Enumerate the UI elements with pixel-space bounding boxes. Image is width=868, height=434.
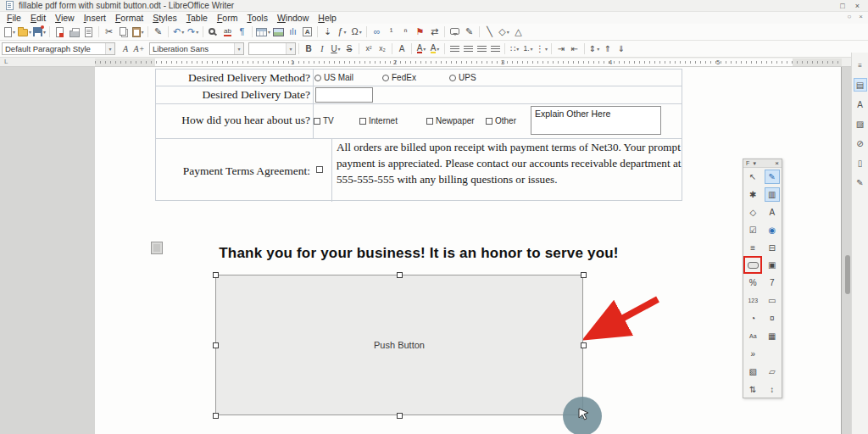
cross-reference-button[interactable]: ⇄ bbox=[427, 25, 442, 40]
save-button[interactable]: ▾ bbox=[32, 25, 47, 40]
increase-paragraph-spacing-button[interactable]: ⇑ bbox=[601, 42, 615, 56]
resize-handle-bottom-center[interactable] bbox=[397, 413, 403, 419]
design-mode-icon[interactable]: ✎ bbox=[765, 170, 780, 184]
insert-table-button[interactable]: ▾ bbox=[255, 25, 271, 40]
pattern-field-icon[interactable]: Aa bbox=[745, 329, 760, 343]
checkbox-tv[interactable]: TV bbox=[314, 116, 334, 125]
endnote-button[interactable]: ⁿ bbox=[398, 25, 413, 40]
delivery-date-input[interactable] bbox=[315, 87, 373, 103]
form-design-icon[interactable]: ▥ bbox=[765, 187, 780, 202]
copy-button[interactable] bbox=[116, 25, 131, 40]
close-window-button[interactable]: × bbox=[855, 2, 860, 10]
bold-button[interactable]: B bbox=[302, 42, 315, 56]
toolbar-menu-icon[interactable]: ▼ bbox=[752, 161, 757, 166]
basic-shapes-button[interactable]: ◇▾ bbox=[497, 25, 511, 40]
menu-help[interactable]: Help bbox=[318, 13, 337, 23]
align-right-button[interactable] bbox=[475, 42, 488, 56]
bullet-list-button[interactable]: ∷▾ bbox=[508, 42, 521, 56]
checkbox-internet[interactable]: Internet bbox=[359, 116, 398, 125]
outline-list-button[interactable]: ⋮▾ bbox=[535, 42, 548, 56]
menu-window[interactable]: Window bbox=[277, 13, 309, 23]
checkbox-icon[interactable] bbox=[486, 118, 492, 125]
sidebar-properties-icon[interactable]: ▤ bbox=[854, 78, 867, 92]
file-selection-icon[interactable]: ▱ bbox=[765, 364, 780, 379]
line-spacing-button[interactable]: ⇕▾ bbox=[587, 42, 601, 56]
insert-textbox-button[interactable]: A bbox=[300, 25, 314, 40]
menu-styles[interactable]: Styles bbox=[153, 13, 177, 23]
spelling-button[interactable]: ab bbox=[220, 25, 235, 40]
checkbox-other[interactable]: Other bbox=[486, 116, 516, 125]
page-break-button[interactable]: ⇣ bbox=[320, 25, 335, 40]
radio-button-icon[interactable] bbox=[382, 75, 389, 81]
explain-other-textarea[interactable]: Explain Other Here bbox=[531, 106, 661, 135]
close-toolbar-button[interactable]: × bbox=[775, 159, 779, 167]
maximize-button[interactable]: □ bbox=[840, 2, 844, 10]
align-left-button[interactable] bbox=[448, 42, 461, 56]
table-control-icon[interactable]: ▦ bbox=[765, 329, 780, 343]
menu-table[interactable]: Table bbox=[186, 13, 208, 23]
increase-indent-button[interactable]: ⇥ bbox=[554, 42, 568, 56]
insert-comment-button[interactable] bbox=[448, 25, 462, 40]
show-draw-functions-button[interactable]: △ bbox=[511, 25, 526, 40]
push-button-tool-icon[interactable] bbox=[745, 258, 760, 272]
document-page[interactable]: Desired Delivery Method? US Mail FedEx U… bbox=[95, 67, 842, 434]
chevron-down-icon[interactable]: ▾ bbox=[105, 43, 114, 54]
italic-button[interactable]: I bbox=[315, 42, 329, 56]
subscript-button[interactable]: x₂ bbox=[376, 42, 389, 56]
group-box-icon[interactable]: ▭ bbox=[765, 293, 780, 308]
insert-chart-button[interactable]: ılı bbox=[286, 25, 300, 40]
new-document-button[interactable]: ▾ bbox=[3, 25, 17, 40]
horizontal-ruler[interactable]: 1 2 3 4 5 bbox=[95, 58, 842, 66]
highlight-color-button[interactable]: A▾ bbox=[428, 42, 442, 56]
close-document-button[interactable]: × bbox=[859, 13, 863, 20]
sidebar-gallery-icon[interactable]: ▨ bbox=[854, 117, 867, 131]
new-style-button[interactable]: A+ bbox=[132, 42, 146, 56]
resize-handle-top-center[interactable] bbox=[397, 272, 403, 278]
insert-field-button[interactable]: ƒ▾ bbox=[335, 25, 349, 40]
menu-form[interactable]: Form bbox=[217, 13, 238, 23]
open-button[interactable]: ▾ bbox=[17, 25, 32, 40]
resize-handle-top-left[interactable] bbox=[213, 272, 219, 278]
scrollbar-tool-icon[interactable]: ↕ bbox=[765, 382, 780, 397]
superscript-button[interactable]: x² bbox=[362, 42, 376, 56]
currency-field-icon[interactable]: ¤ bbox=[765, 311, 780, 326]
spin-button-icon[interactable]: ⇅ bbox=[745, 382, 760, 397]
font-name-select[interactable]: Liberation Sans ▾ bbox=[149, 42, 244, 55]
radio-fedex[interactable]: FedEx bbox=[382, 73, 416, 82]
combo-box-tool-icon[interactable]: ⊟ bbox=[765, 241, 780, 255]
insert-image-button[interactable] bbox=[271, 25, 286, 40]
select-tool-icon[interactable]: ↖ bbox=[745, 170, 760, 184]
tab-stop-selector[interactable]: L bbox=[4, 58, 8, 65]
resize-handle-middle-right[interactable] bbox=[581, 342, 587, 348]
strikethrough-button[interactable]: S bbox=[342, 42, 356, 56]
cut-button[interactable]: ✂ bbox=[102, 25, 116, 40]
sidebar-navigator-icon[interactable]: ⊘ bbox=[854, 136, 867, 150]
insert-line-button[interactable]: ╲ bbox=[482, 25, 497, 40]
menu-format[interactable]: Format bbox=[115, 13, 143, 23]
numerical-field-icon[interactable]: 123 bbox=[745, 293, 760, 308]
font-color-button[interactable]: A▾ bbox=[415, 42, 428, 56]
chevron-down-icon[interactable]: ▾ bbox=[286, 43, 295, 54]
formatted-field-icon[interactable]: % bbox=[745, 275, 760, 290]
print-preview-button[interactable] bbox=[81, 25, 96, 40]
undo-button[interactable]: ↶▾ bbox=[171, 25, 186, 40]
payment-terms-checkbox[interactable] bbox=[316, 166, 323, 173]
update-style-button[interactable]: A bbox=[119, 42, 132, 56]
special-character-button[interactable]: Ω▾ bbox=[349, 25, 364, 40]
sidebar-inspector-icon[interactable]: ✎ bbox=[854, 175, 867, 189]
menu-tools[interactable]: Tools bbox=[247, 13, 268, 23]
chevron-down-icon[interactable]: ▾ bbox=[234, 43, 243, 54]
resize-handle-bottom-left[interactable] bbox=[213, 413, 219, 419]
form-wizards-icon[interactable]: ✱ bbox=[745, 187, 760, 202]
push-button-control[interactable]: Push Button bbox=[215, 275, 583, 415]
print-button[interactable] bbox=[67, 25, 81, 40]
form-controls-titlebar[interactable]: F ▼ × bbox=[743, 159, 782, 168]
menu-view[interactable]: View bbox=[55, 13, 75, 23]
radio-us-mail[interactable]: US Mail bbox=[314, 73, 353, 82]
resize-handle-middle-left[interactable] bbox=[213, 342, 219, 348]
font-size-select[interactable]: ▾ bbox=[248, 42, 296, 55]
bookmark-button[interactable]: ⚑ bbox=[413, 25, 427, 40]
footnote-button[interactable]: ¹ bbox=[384, 25, 398, 40]
sidebar-page-icon[interactable]: ▯ bbox=[854, 156, 867, 170]
time-field-icon[interactable]: ◔ bbox=[745, 311, 760, 326]
